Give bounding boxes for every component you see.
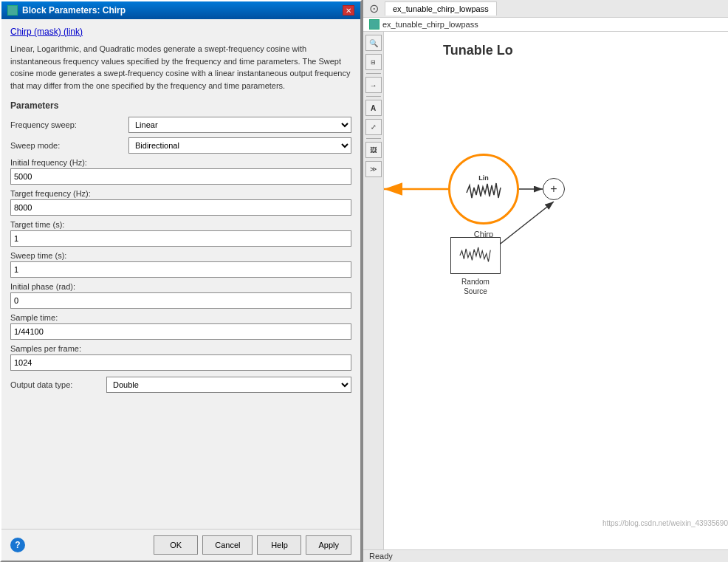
title-left: Block Parameters: Chirp [7,5,126,16]
canvas-content: Tunable Lo [384,32,728,549]
tab-bar: ⊙ ex_tunable_chirp_lowpass [363,0,728,18]
sweep-time-group: Sweep time (s): [10,251,351,278]
output-data-type-row: Output data type: Double Single int8 uin… [10,377,351,393]
chirp-block[interactable]: Lin [448,154,519,225]
dialog-footer: ? OK Cancel Help Apply [1,529,360,561]
freq-sweep-row: Frequency sweep: Linear Logarithmic Quad… [10,117,351,133]
breadcrumb-icon [369,19,380,30]
sweep-time-input[interactable] [10,261,351,278]
initial-freq-label: Initial frequency (Hz): [10,158,351,167]
sample-time-label: Sample time: [10,313,351,322]
samples-per-frame-label: Samples per frame: [10,344,351,353]
zoom-out-button[interactable]: ⊟ [365,54,382,70]
extra-button[interactable]: ≫ [365,161,382,177]
help-icon[interactable]: ? [10,538,25,552]
target-time-group: Target time (s): [10,220,351,247]
help-button[interactable]: Help [257,535,301,555]
breadcrumb-bar: ex_tunable_chirp_lowpass [363,18,728,32]
breadcrumb-text: ex_tunable_chirp_lowpass [382,20,478,29]
simulink-panel: ⊙ ex_tunable_chirp_lowpass ex_tunable_ch… [362,0,728,562]
target-time-input[interactable] [10,230,351,247]
dialog-title: Block Parameters: Chirp [22,5,126,16]
tab-back-button[interactable]: ⊙ [366,1,382,16]
toolbar-separator-2 [366,96,381,97]
random-source-label: Random Source [450,277,501,296]
image-button[interactable]: 🖼 [365,142,382,158]
freq-sweep-label: Frequency sweep: [10,120,128,129]
chirp-waveform-svg [465,182,502,204]
sweep-mode-select[interactable]: Bidirectional Unidirectional [128,137,351,154]
sweep-time-label: Sweep time (s): [10,251,351,260]
apply-button[interactable]: Apply [306,535,351,555]
status-text: Ready [369,552,393,561]
samples-per-frame-input[interactable] [10,354,351,371]
sample-time-input[interactable] [10,323,351,340]
dialog-close-button[interactable]: ✕ [343,5,354,16]
connection-svg [384,32,728,549]
expand-button[interactable]: ⤢ [365,119,382,135]
random-source-block[interactable] [450,237,501,274]
zoom-in-button[interactable]: 🔍 [365,35,382,51]
description-text: Linear, Logarithmic, and Quadratic modes… [10,43,351,92]
target-freq-input[interactable] [10,199,351,216]
tab-main[interactable]: ex_tunable_chirp_lowpass [385,1,497,16]
initial-phase-input[interactable] [10,292,351,309]
target-time-label: Target time (s): [10,220,351,229]
initial-phase-label: Initial phase (rad): [10,282,351,291]
block-parameters-dialog: Block Parameters: Chirp ✕ Chirp (mask) (… [0,0,362,562]
text-button[interactable]: A [365,100,382,116]
dialog-titlebar: Block Parameters: Chirp ✕ [1,1,360,19]
dialog-content: Chirp (mask) (link) Linear, Logarithmic,… [1,19,360,529]
sweep-mode-row: Sweep mode: Bidirectional Unidirectional [10,137,351,154]
output-data-type-select[interactable]: Double Single int8 uint8 [106,377,351,393]
canvas-title: Tunable Lo [443,43,513,58]
ok-button[interactable]: OK [154,535,198,555]
toolbar-separator-1 [366,73,381,74]
simulink-statusbar: Ready [363,549,728,562]
cancel-button[interactable]: Cancel [202,535,253,555]
watermark: https://blog.csdn.net/weixin_43935690 [602,519,728,527]
parameters-section-label: Parameters [10,100,351,111]
freq-sweep-select[interactable]: Linear Logarithmic Quadratic Swept Cosin… [128,117,351,133]
sample-time-group: Sample time: [10,313,351,340]
simulink-canvas: 🔍 ⊟ → A ⤢ 🖼 ≫ Tunable Lo [363,32,728,549]
arrow-right-button[interactable]: → [365,77,382,93]
footer-left: ? [10,538,25,552]
target-freq-label: Target frequency (Hz): [10,189,351,198]
initial-freq-group: Initial frequency (Hz): [10,158,351,185]
toolbar-separator-3 [366,138,381,139]
chirp-inner-label: Lin [478,174,489,182]
initial-freq-input[interactable] [10,168,351,185]
title-icon [7,5,18,16]
chirp-link[interactable]: Chirp (mask) (link) [10,27,351,37]
simulink-toolbar: 🔍 ⊟ → A ⤢ 🖼 ≫ [363,32,384,549]
sum-block[interactable]: + [543,178,565,200]
samples-per-frame-group: Samples per frame: [10,344,351,371]
output-data-type-label: Output data type: [10,380,106,389]
target-freq-group: Target frequency (Hz): [10,189,351,216]
footer-buttons: OK Cancel Help Apply [154,535,351,555]
initial-phase-group: Initial phase (rad): [10,282,351,309]
random-waveform-svg [459,245,492,266]
sweep-mode-label: Sweep mode: [10,141,128,150]
